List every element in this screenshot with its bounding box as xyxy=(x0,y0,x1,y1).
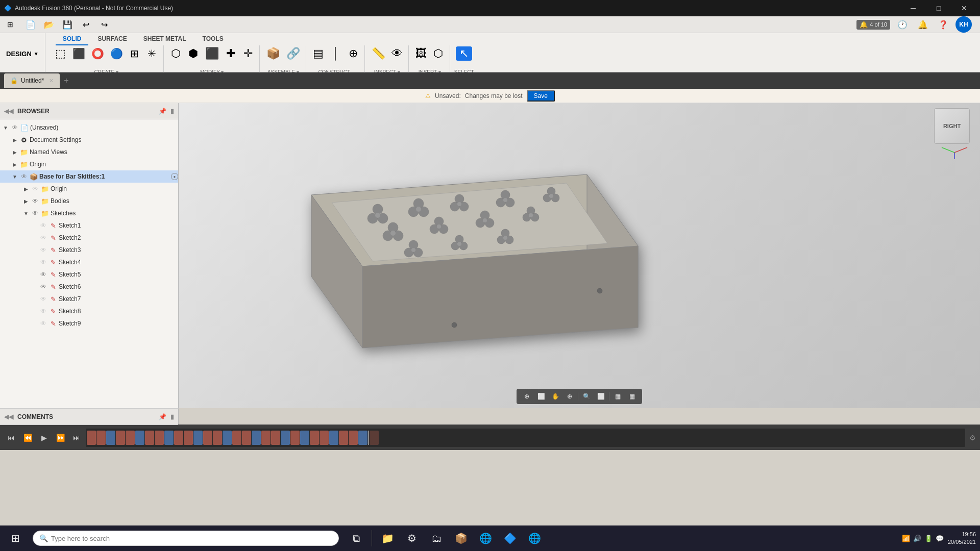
task-view-button[interactable]: ⧉ xyxy=(345,527,368,549)
tl-op-1[interactable] xyxy=(87,431,96,445)
tl-op-2[interactable] xyxy=(96,431,106,445)
tree-item-doc-settings[interactable]: ▶ ⚙ Document Settings xyxy=(0,134,178,146)
new-button[interactable]: 📄 xyxy=(22,18,39,31)
comments-collapse-button[interactable]: ◀◀ xyxy=(4,413,13,420)
search-input[interactable] xyxy=(51,535,332,542)
tl-op-11[interactable] xyxy=(184,431,193,445)
clock-button[interactable]: 🕐 xyxy=(894,16,911,33)
vis-sketch9[interactable]: 👁 xyxy=(39,320,47,327)
file-manager-button[interactable]: 🗂 xyxy=(425,527,448,549)
tab-sheet-metal[interactable]: SHEET METAL xyxy=(136,33,193,45)
tl-op-6[interactable] xyxy=(135,431,144,445)
tree-item-sketch5[interactable]: 👁 ✎ Sketch5 xyxy=(0,268,178,281)
timeline-step-forward[interactable]: ⏩ xyxy=(53,431,67,445)
tree-item-sketch8[interactable]: 👁 ✎ Sketch8 xyxy=(0,305,178,317)
design-dropdown[interactable]: DESIGN ▼ xyxy=(0,33,45,74)
app-store-button[interactable]: 📦 xyxy=(450,527,472,549)
settings-button[interactable]: ⚙ xyxy=(401,527,423,549)
tree-item-sketch2[interactable]: 👁 ✎ Sketch2 xyxy=(0,232,178,244)
tl-op-18[interactable] xyxy=(252,431,261,445)
tl-op-12[interactable] xyxy=(193,431,203,445)
search-bar[interactable]: 🔍 xyxy=(33,531,339,546)
tl-op-25[interactable] xyxy=(320,431,329,445)
tl-op-30[interactable] xyxy=(370,431,379,445)
tree-item-sketch4[interactable]: 👁 ✎ Sketch4 xyxy=(0,256,178,268)
viewcube[interactable]: RIGHT xyxy=(934,108,975,149)
tl-op-20[interactable] xyxy=(271,431,280,445)
tree-item-bodies[interactable]: ▶ 👁 📁 Bodies xyxy=(0,195,178,207)
user-avatar[interactable]: KH xyxy=(955,16,972,33)
timeline-skip-start[interactable]: ⏮ xyxy=(4,431,18,445)
comments-pin-button[interactable]: 📌 xyxy=(159,413,166,420)
joint-button[interactable]: 🔗 xyxy=(284,46,303,61)
browser-more-button[interactable]: ▮ xyxy=(170,108,174,115)
box-button[interactable]: ⊞ xyxy=(127,47,143,60)
vis-sketch4[interactable]: 👁 xyxy=(39,259,47,266)
minimize-button[interactable]: ─ xyxy=(901,0,925,16)
browser-collapse-button[interactable]: ◀◀ xyxy=(4,108,13,115)
3d-viewport[interactable]: RIGHT ⊕ ⬜ ✋ ⊕ 🔍 ⬜ ▦ ▦ xyxy=(179,103,980,408)
grid-button[interactable]: ▦ xyxy=(611,390,624,403)
tl-op-28[interactable] xyxy=(349,431,358,445)
fusion360-tb-button[interactable]: 🔷 xyxy=(499,527,521,549)
tl-op-10[interactable] xyxy=(174,431,183,445)
tl-op-5[interactable] xyxy=(126,431,135,445)
vis-sketch7[interactable]: 👁 xyxy=(39,295,47,303)
new-tab-button[interactable]: + xyxy=(64,76,68,85)
tl-op-15[interactable] xyxy=(223,431,232,445)
battery-icon[interactable]: 🔋 xyxy=(924,535,933,542)
fit-to-window-button[interactable]: ⬜ xyxy=(535,390,547,403)
tl-op-8[interactable] xyxy=(155,431,164,445)
tree-item-origin-child[interactable]: ▶ 👁 📁 Origin xyxy=(0,183,178,195)
tl-op-24[interactable] xyxy=(310,431,319,445)
orbit-button[interactable]: ⊕ xyxy=(564,390,576,403)
tl-op-27[interactable] xyxy=(339,431,348,445)
tl-op-4[interactable] xyxy=(116,431,125,445)
new-component-button[interactable]: 📦 xyxy=(264,46,283,61)
vis-sketch6[interactable]: 👁 xyxy=(39,283,47,290)
pattern-button[interactable]: ✳ xyxy=(144,47,160,60)
create-sketch-button[interactable]: ⬚ xyxy=(53,46,69,61)
tl-op-7[interactable] xyxy=(145,431,154,445)
close-button[interactable]: ✕ xyxy=(952,0,976,16)
comments-more-button[interactable]: ▮ xyxy=(170,413,174,420)
measure-button[interactable]: 📏 xyxy=(369,46,388,61)
notification-button[interactable]: 🔔 xyxy=(915,16,931,33)
vis-sketch3[interactable]: 👁 xyxy=(39,246,47,254)
tab-close-button[interactable]: ✕ xyxy=(49,78,54,84)
tree-item-sketch1[interactable]: 👁 ✎ Sketch1 xyxy=(0,219,178,232)
pan-button[interactable]: ✋ xyxy=(549,390,561,403)
vis-origin-child[interactable]: 👁 xyxy=(31,185,39,192)
doc-tab-untitled[interactable]: 🔒 Untitled* ✕ xyxy=(4,73,60,88)
tree-item-sketch3[interactable]: 👁 ✎ Sketch3 xyxy=(0,244,178,256)
tl-op-19[interactable] xyxy=(261,431,271,445)
fillet-button[interactable]: ⬢ xyxy=(185,46,202,61)
app-menu-button[interactable]: ⊞ xyxy=(4,19,20,30)
tl-op-23[interactable] xyxy=(300,431,309,445)
tree-item-sketch7[interactable]: 👁 ✎ Sketch7 xyxy=(0,293,178,305)
zoom-button[interactable]: 🔍 xyxy=(580,390,593,403)
help-button[interactable]: ❓ xyxy=(935,16,951,33)
axis-button[interactable]: │ xyxy=(328,46,344,61)
vis-sketches[interactable]: 👁 xyxy=(31,210,39,217)
insert-mesh-button[interactable]: ⬡ xyxy=(430,46,447,61)
revolve-button[interactable]: ⭕ xyxy=(89,47,107,60)
tab-surface[interactable]: SURFACE xyxy=(90,33,134,45)
home-view-button[interactable]: ⊕ xyxy=(521,390,533,403)
timeline-step-back[interactable]: ⏪ xyxy=(20,431,35,445)
tab-solid[interactable]: SOLID xyxy=(56,33,89,45)
tree-item-origin-top[interactable]: ▶ 📁 Origin xyxy=(0,158,178,170)
move-button[interactable]: ✛ xyxy=(240,46,256,61)
tl-op-14[interactable] xyxy=(213,431,222,445)
browser-pin-button[interactable]: 📌 xyxy=(159,108,166,115)
tl-op-17[interactable] xyxy=(242,431,251,445)
tree-item-root[interactable]: ▼ 👁 📄 (Unsaved) xyxy=(0,121,178,134)
combine-button[interactable]: ✚ xyxy=(223,46,239,61)
timeline-settings-button[interactable]: ⚙ xyxy=(969,434,976,442)
timeline-play[interactable]: ▶ xyxy=(37,431,51,445)
volume-icon[interactable]: 🔊 xyxy=(913,535,921,542)
tl-op-3[interactable] xyxy=(106,431,115,445)
maximize-button[interactable]: □ xyxy=(927,0,950,16)
file-explorer-button[interactable]: 📁 xyxy=(376,527,399,549)
vis-sketch1[interactable]: 👁 xyxy=(39,222,47,229)
